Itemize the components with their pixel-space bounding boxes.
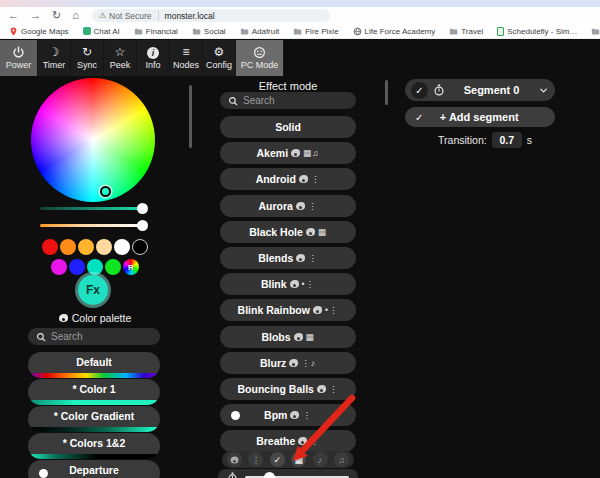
effect-item-black-hole[interactable]: Black Hole ▦ <box>220 221 356 243</box>
power-icon <box>12 46 25 59</box>
bookmark-travel[interactable]: Travel <box>449 27 483 36</box>
selected-dot <box>231 411 240 420</box>
effect-item-android[interactable]: Android ⋮ <box>220 168 356 190</box>
nav-power-button[interactable]: Power <box>0 40 38 76</box>
palette-item-color-gradient[interactable]: * Color Gradient <box>28 406 160 432</box>
bookmark-schedulefly[interactable]: Schedulefly - Sim… <box>497 27 577 36</box>
address-bar[interactable]: ⚠ Not Secure monster.local <box>92 9 330 22</box>
palette-icon <box>290 411 299 419</box>
wled-app: Power ☽ Timer ↻ Sync ☆ Peek i Info ≡ Nod… <box>0 40 600 478</box>
bookmark-label: Travel <box>461 27 483 36</box>
transition-unit: s <box>527 134 532 146</box>
swatch-amber[interactable] <box>78 239 94 255</box>
moon-icon: ☽ <box>49 46 60 59</box>
segment-checkbox[interactable]: ✓ <box>411 82 428 99</box>
folder-icon <box>240 27 249 36</box>
forward-icon[interactable]: → <box>30 10 41 21</box>
white-balance-slider-knob[interactable] <box>137 220 148 231</box>
effect-speed-knob[interactable] <box>264 472 275 478</box>
saturation-slider-knob[interactable] <box>137 203 148 214</box>
effect-item-aurora[interactable]: Aurora ⋮ <box>220 195 356 217</box>
palette-search[interactable] <box>28 328 160 345</box>
bookmark-fire-pixie[interactable]: Fire Pixie <box>293 27 338 36</box>
palette-filter-button[interactable] <box>227 452 242 467</box>
list-icon: ≡ <box>182 46 189 59</box>
nav-info-button[interactable]: i Info <box>137 40 170 76</box>
palette-icon <box>298 437 307 445</box>
effect-item-blobs[interactable]: Blobs ▦ <box>220 326 356 348</box>
volume-filter-button[interactable]: ♪ <box>313 452 328 467</box>
effect-item-blink[interactable]: Blink •⋮ <box>220 273 356 295</box>
bookmark-financial[interactable]: Financial <box>134 27 178 36</box>
effect-search[interactable] <box>220 92 356 109</box>
effect-item-akemi[interactable]: Akemi ▦♫ <box>220 142 356 164</box>
nav-peek-button[interactable]: ☆ Peek <box>104 40 137 76</box>
bookmark-social[interactable]: Social <box>192 27 226 36</box>
nav-label: Sync <box>77 60 97 70</box>
effect-item-breathe[interactable]: Breathe ⋮ <box>220 430 356 452</box>
swatch-blue[interactable] <box>69 259 85 275</box>
effect-item-solid[interactable]: Solid <box>220 116 356 138</box>
swatch-teal[interactable] <box>87 259 103 275</box>
effect-speed-row <box>218 469 358 478</box>
bookmark-chat-ai[interactable]: Chat AI <box>83 27 120 36</box>
bookmark-label: Schedulefly - Sim… <box>507 27 577 36</box>
segment-0-row[interactable]: ✓ Segment 0 <box>405 79 555 101</box>
palette-item-default[interactable]: Default <box>28 352 160 378</box>
filter-check-icon[interactable]: ✓ <box>270 452 285 467</box>
frequency-filter-button[interactable]: ♫ <box>334 452 349 467</box>
browser-tab-strip <box>0 0 600 7</box>
effect-search-input[interactable] <box>243 95 348 106</box>
bookmark-life-force[interactable]: Life Force Academy <box>353 27 436 36</box>
bookmark-adafruit[interactable]: Adafruit <box>240 27 280 36</box>
nav-label: Power <box>6 60 32 70</box>
nav-sync-button[interactable]: ↻ Sync <box>71 40 104 76</box>
star-icon: ☆ <box>115 46 126 59</box>
swatch-peach[interactable] <box>96 239 112 255</box>
bookmarks-bar: Google Maps Chat AI Financial Social Ada… <box>0 24 600 39</box>
color-wheel-marker[interactable] <box>100 186 111 197</box>
maps-pin-icon <box>9 27 18 36</box>
effect-item-blink-rainbow[interactable]: Blink Rainbow •⋮ <box>220 299 356 321</box>
palette-search-input[interactable] <box>51 331 152 342</box>
stopwatch-icon <box>433 84 445 96</box>
swatch-red[interactable] <box>42 239 58 255</box>
search-icon <box>36 332 46 342</box>
1d-filter-button[interactable]: ⋮ <box>248 452 263 467</box>
middle-scrollbar[interactable] <box>385 80 388 105</box>
home-icon[interactable]: ⌂ <box>72 10 79 21</box>
reload-icon[interactable]: ↻ <box>52 10 61 21</box>
effect-item-blurz[interactable]: Blurz ⋮♪ <box>220 352 356 374</box>
nav-config-button[interactable]: ⚙ Config <box>203 40 236 76</box>
nav-timer-button[interactable]: ☽ Timer <box>38 40 71 76</box>
palette-item-color1[interactable]: * Color 1 <box>28 379 160 405</box>
bookmark-google-maps[interactable]: Google Maps <box>9 27 69 36</box>
swatch-rainbow[interactable]: R <box>123 259 139 275</box>
color-palette-label: Color palette <box>72 312 132 324</box>
nav-nodes-button[interactable]: ≡ Nodes <box>170 40 203 76</box>
palette-icon <box>296 202 305 210</box>
chevron-down-icon[interactable] <box>538 85 549 96</box>
swatch-black[interactable] <box>132 239 148 255</box>
palette-item-departure[interactable]: Departure <box>28 460 160 478</box>
swatch-green[interactable] <box>105 259 121 275</box>
effect-item-blends[interactable]: Blends ⋮ <box>220 247 356 269</box>
fx-button[interactable]: Fx <box>78 275 108 305</box>
swatch-magenta[interactable] <box>51 259 67 275</box>
2d-filter-button[interactable]: ▦ <box>291 452 306 467</box>
swatch-white[interactable] <box>114 239 130 255</box>
effect-item-bpm[interactable]: Bpm ⋮ <box>220 404 356 426</box>
swatch-orange[interactable] <box>60 239 76 255</box>
search-icon <box>228 96 238 106</box>
saturation-slider[interactable] <box>40 207 140 210</box>
transition-input[interactable]: 0.7 <box>492 132 522 148</box>
palette-item-colors-1-2[interactable]: * Colors 1&2 <box>28 433 160 459</box>
bookmark-homeowner[interactable]: Homeowner <box>591 27 600 36</box>
white-balance-slider[interactable] <box>40 224 140 227</box>
nav-pc-mode-button[interactable]: PC Mode <box>236 40 284 76</box>
left-scrollbar[interactable] <box>189 85 192 148</box>
color-wheel[interactable] <box>31 78 155 202</box>
add-segment-button[interactable]: ✓ + Add segment <box>405 107 555 127</box>
effect-item-bouncing-balls[interactable]: Bouncing Balls ⋮ <box>220 378 356 400</box>
back-icon[interactable]: ← <box>8 10 19 21</box>
